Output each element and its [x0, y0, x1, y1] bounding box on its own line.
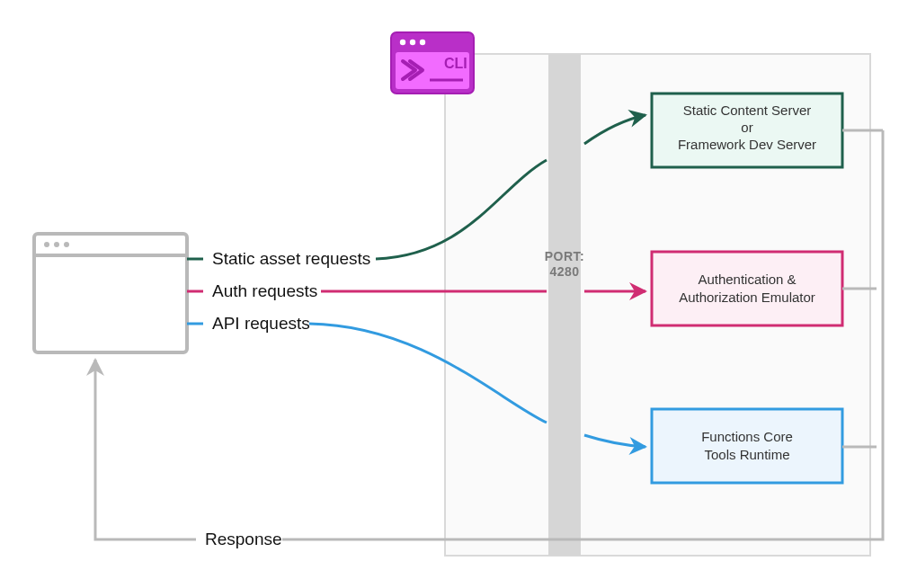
func-line2: Tools Runtime	[704, 447, 789, 462]
svg-rect-6	[34, 234, 187, 352]
svg-rect-13	[652, 409, 842, 483]
response-line-left	[95, 360, 196, 539]
browser-icon	[34, 234, 187, 352]
auth-line1: Authentication &	[698, 272, 796, 287]
cli-icon: CLI	[391, 32, 474, 94]
port-value: 4280	[549, 264, 579, 279]
auth-emulator-box: Authentication & Authorization Emulator	[652, 252, 842, 325]
functions-box: Functions Core Tools Runtime	[652, 409, 842, 483]
cli-label: CLI	[444, 56, 467, 71]
svg-point-9	[54, 242, 59, 247]
svg-point-2	[400, 40, 405, 45]
api-request-label: API requests	[212, 314, 310, 333]
static-content-line2: or	[741, 120, 752, 135]
svg-point-10	[64, 242, 69, 247]
svg-rect-12	[652, 252, 842, 325]
static-content-line1: Static Content Server	[683, 102, 812, 118]
static-content-box: Static Content Server or Framework Dev S…	[652, 94, 842, 167]
static-content-line3: Framework Dev Server	[678, 137, 816, 152]
static-request-label: Static asset requests	[212, 249, 370, 268]
port-label: PORT:	[545, 249, 585, 263]
svg-point-8	[44, 242, 49, 247]
port-column	[548, 54, 581, 556]
response-label: Response	[205, 530, 282, 548]
func-line1: Functions Core	[701, 429, 793, 444]
svg-point-3	[410, 40, 415, 45]
svg-point-4	[420, 40, 425, 45]
auth-request-label: Auth requests	[212, 281, 317, 300]
auth-line2: Authorization Emulator	[679, 290, 815, 305]
